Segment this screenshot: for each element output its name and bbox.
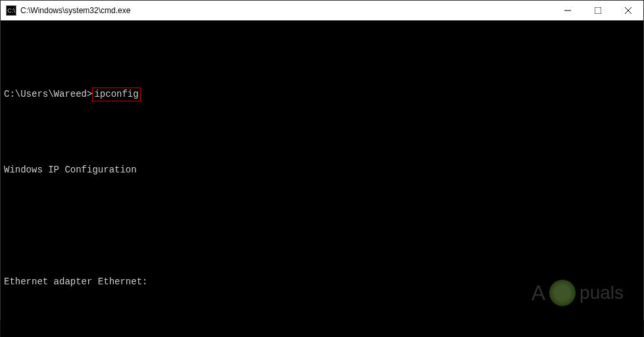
- close-button[interactable]: [613, 1, 643, 20]
- cmd-icon: C:\: [6, 5, 16, 16]
- svg-rect-1: [595, 7, 601, 14]
- titlebar[interactable]: C:\ C:\Windows\system32\cmd.exe: [1, 1, 643, 20]
- window-title: C:\Windows\system32\cmd.exe: [20, 6, 553, 15]
- command-highlight: ipconfig: [92, 88, 140, 101]
- watermark-logo-icon: [549, 280, 576, 306]
- window-controls: [553, 1, 643, 20]
- maximize-button[interactable]: [583, 1, 613, 20]
- watermark: A puals: [532, 280, 624, 306]
- minimize-button[interactable]: [553, 1, 583, 20]
- prompt: C:\Users\Wareed>: [4, 89, 92, 99]
- cmd-window: C:\ C:\Windows\system32\cmd.exe C:\Users…: [0, 0, 644, 320]
- config-header: Windows IP Configuration: [4, 164, 640, 176]
